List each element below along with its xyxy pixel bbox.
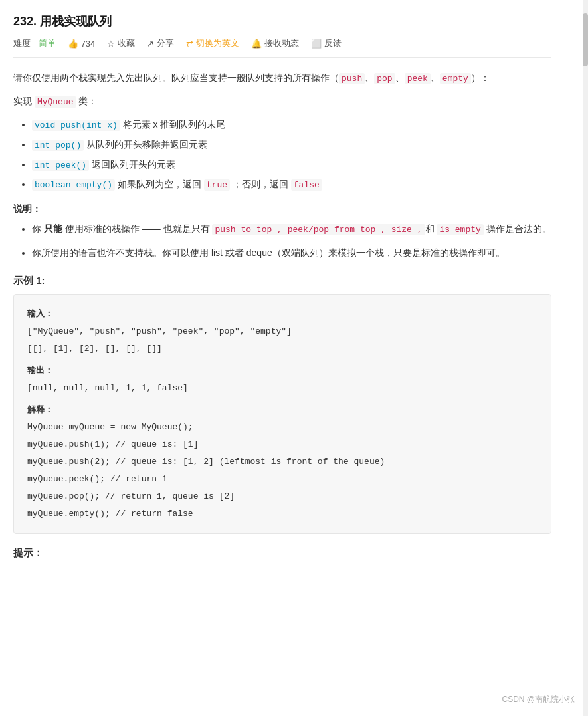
like-count: 734 [81,39,96,49]
explain-line: myQueue.pop(); // return 1, queue is [2] [27,488,538,505]
share-icon: ↗ [147,39,154,49]
collect-button[interactable]: ☆ 收藏 [107,37,135,49]
feedback-icon: ⬜ [311,39,322,49]
bell-icon: 🔔 [251,39,262,49]
output-line: [null, null, null, 1, 1, false] [27,380,538,397]
is-empty-code: is empty [437,224,483,235]
example-box: 输入： ["MyQueue", "push", "push", "peek", … [13,294,551,534]
watermark: CSDN @南航院小张 [502,694,575,705]
explain-label: 解释： [27,401,538,419]
note-item-1: 你 只能 使用标准的栈操作 —— 也就是只有 push to top , pee… [32,221,551,237]
toolbar: 难度 简单 👍 734 ☆ 收藏 ↗ 分享 ⇄ 切换为英文 🔔 接收动态 ⬜ 反… [13,37,551,58]
like-icon: 👍 [68,39,78,49]
method-item-pop: int pop() 从队列的开头移除并返回元素 [32,137,551,153]
explain-line: myQueue.push(2); // queue is: [1, 2] (le… [27,453,538,471]
star-icon: ☆ [107,39,115,49]
intro-paragraph: 请你仅使用两个栈实现先入先出队列。队列应当支持一般队列支持的所有操作（push、… [13,70,551,86]
problem-title: 232. 用栈实现队列 [13,13,551,29]
scrollbar-thumb[interactable] [583,13,588,66]
hint-next: 提示： [13,547,551,560]
code-peek: peek [405,73,431,84]
switch-lang-button[interactable]: ⇄ 切换为英文 [186,37,239,49]
translate-icon: ⇄ [186,39,193,49]
implement-paragraph: 实现 MyQueue 类： [13,93,551,110]
explain-line: myQueue.empty(); // return false [27,505,538,523]
explain-lines: MyQueue myQueue = new MyQueue();myQueue.… [27,419,538,523]
code-true: true [204,179,230,191]
code-pop: pop [374,73,395,84]
note-list: 你 只能 使用标准的栈操作 —— 也就是只有 push to top , pee… [13,221,551,261]
input-line-2: [[], [1], [2], [], [], []] [27,340,538,358]
method-item-push: void push(int x) 将元素 x 推到队列的末尾 [32,117,551,133]
code-push: push [339,73,365,84]
explain-line: myQueue.peek(); // return 1 [27,471,538,488]
stack-ops-code: push to top , peek/pop from top , size , [212,224,425,235]
scrollbar[interactable] [583,0,588,716]
myqueue-class-code: MyQueue [35,96,76,108]
share-button[interactable]: ↗ 分享 [147,37,174,49]
subscribe-button[interactable]: 🔔 接收动态 [251,37,299,49]
note-section: 说明： 你 只能 使用标准的栈操作 —— 也就是只有 push to top ,… [13,203,551,261]
method-item-empty: boolean empty() 如果队列为空，返回 true ；否则，返回 fa… [32,177,551,193]
method-list: void push(int x) 将元素 x 推到队列的末尾 int pop()… [13,117,551,193]
code-false: false [291,179,322,191]
method-item-peek: int peek() 返回队列开头的元素 [32,157,551,173]
difficulty-badge: 简单 [39,37,56,49]
explain-line: MyQueue myQueue = new MyQueue(); [27,419,538,436]
difficulty-label: 难度 简单 [13,37,56,49]
example-title: 示例 1: [13,275,551,287]
input-line-1: ["MyQueue", "push", "push", "peek", "pop… [27,323,538,340]
explain-line: myQueue.push(1); // queue is: [1] [27,436,538,453]
code-empty: empty [440,73,471,84]
like-button[interactable]: 👍 734 [68,39,96,49]
feedback-button[interactable]: ⬜ 反馈 [311,37,342,49]
note-section-title: 说明： [13,203,551,215]
output-label: 输出： [27,362,538,380]
input-label: 输入： [27,305,538,323]
note-item-2: 你所使用的语言也许不支持栈。你可以使用 list 或者 deque（双端队列）来… [32,245,551,261]
description-section: 请你仅使用两个栈实现先入先出队列。队列应当支持一般队列支持的所有操作（push、… [13,70,551,193]
